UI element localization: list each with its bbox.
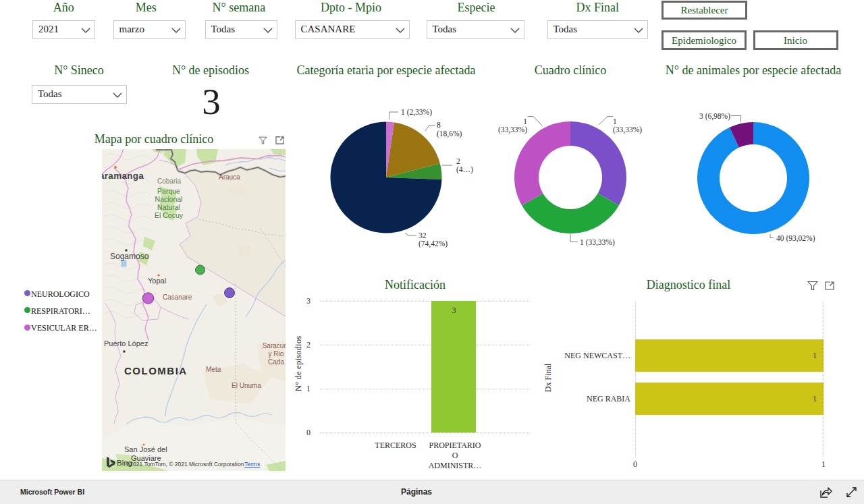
svg-text:El Unuma: El Unuma	[232, 382, 261, 389]
svg-text:El Cocuy: El Cocuy	[154, 211, 183, 219]
svg-text:Puerto López: Puerto López	[104, 339, 148, 347]
svg-text:y Rio: y Rio	[268, 350, 284, 358]
svg-text:Cobaria: Cobaria	[157, 177, 181, 185]
svg-text:COLOMBIA: COLOMBIA	[124, 365, 188, 376]
svg-text:Meta: Meta	[206, 366, 221, 373]
svg-text:©2021 TomTom, © 2021 Microsoft: ©2021 TomTom, © 2021 Microsoft Corporati…	[126, 461, 244, 468]
svg-text:Nacional: Nacional	[155, 195, 182, 203]
svg-text:Terms: Terms	[244, 461, 260, 468]
svg-text:Saracure: Saracure	[262, 342, 285, 349]
svg-text:Arauca: Arauca	[219, 173, 240, 181]
svg-text:Casanare: Casanare	[163, 293, 192, 301]
svg-text:Yopal: Yopal	[148, 277, 166, 285]
svg-text:Cada: Cada	[268, 358, 284, 366]
svg-text:San José del: San José del	[124, 445, 167, 453]
svg-text:Natural: Natural	[157, 203, 180, 211]
svg-text:aramanga: aramanga	[102, 171, 144, 181]
svg-text:Parque: Parque	[157, 187, 180, 195]
svg-text:Sogamoso: Sogamoso	[110, 252, 149, 261]
